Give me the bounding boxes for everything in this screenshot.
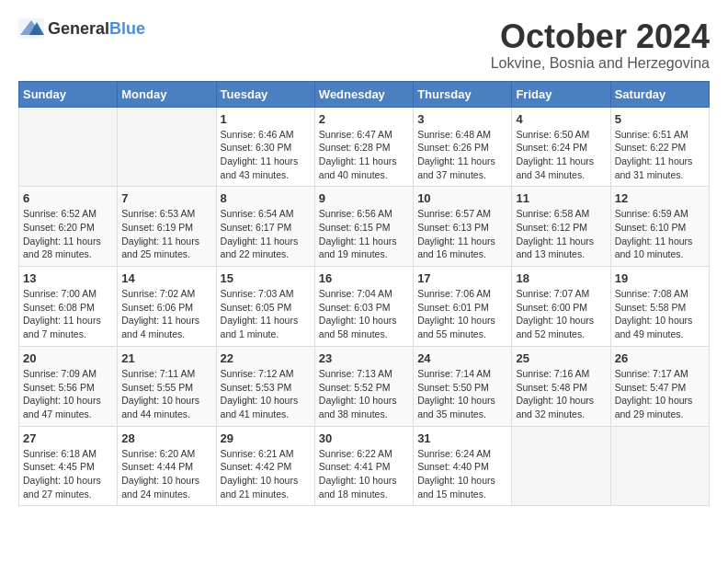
day-info: Sunrise: 7:04 AM Sunset: 6:03 PM Dayligh…	[319, 287, 409, 341]
sunrise-text: Sunrise: 7:12 AM	[221, 368, 294, 379]
sunrise-text: Sunrise: 7:13 AM	[319, 368, 392, 379]
day-info: Sunrise: 6:21 AM Sunset: 4:42 PM Dayligh…	[221, 447, 311, 501]
day-number: 18	[516, 271, 606, 285]
table-row	[512, 426, 610, 506]
sunrise-text: Sunrise: 6:53 AM	[121, 208, 195, 219]
daylight-text: Daylight: 10 hours and 32 minutes.	[516, 395, 594, 419]
sunset-text: Sunset: 6:30 PM	[221, 142, 292, 153]
day-number: 15	[221, 271, 311, 285]
sunrise-text: Sunrise: 6:51 AM	[615, 129, 688, 140]
table-row: 14 Sunrise: 7:02 AM Sunset: 6:06 PM Dayl…	[118, 267, 216, 347]
page-header: GeneralBlue October 2024 Lokvine, Bosnia…	[18, 18, 710, 72]
sunset-text: Sunset: 6:28 PM	[319, 142, 391, 153]
logo-general: General	[48, 19, 109, 38]
table-row: 26 Sunrise: 7:17 AM Sunset: 5:47 PM Dayl…	[610, 346, 709, 426]
sunrise-text: Sunrise: 6:56 AM	[319, 208, 392, 219]
sunrise-text: Sunrise: 6:47 AM	[319, 129, 392, 140]
sunset-text: Sunset: 4:40 PM	[417, 461, 489, 472]
daylight-text: Daylight: 10 hours and 24 minutes.	[121, 475, 199, 500]
logo-icon	[18, 18, 44, 39]
daylight-text: Daylight: 10 hours and 52 minutes.	[516, 315, 594, 339]
day-info: Sunrise: 6:50 AM Sunset: 6:24 PM Dayligh…	[516, 128, 606, 182]
sunrise-text: Sunrise: 6:58 AM	[516, 208, 589, 219]
day-number: 14	[121, 271, 211, 285]
sunrise-text: Sunrise: 6:22 AM	[319, 448, 392, 459]
day-number: 31	[417, 431, 507, 445]
day-info: Sunrise: 6:51 AM Sunset: 6:22 PM Dayligh…	[615, 128, 705, 182]
sunrise-text: Sunrise: 7:14 AM	[417, 368, 491, 379]
calendar-table: Sunday Monday Tuesday Wednesday Thursday…	[18, 81, 710, 507]
day-info: Sunrise: 6:56 AM Sunset: 6:15 PM Dayligh…	[319, 207, 409, 261]
day-info: Sunrise: 7:06 AM Sunset: 6:01 PM Dayligh…	[417, 287, 507, 341]
table-row: 9 Sunrise: 6:56 AM Sunset: 6:15 PM Dayli…	[314, 187, 413, 267]
day-info: Sunrise: 6:57 AM Sunset: 6:13 PM Dayligh…	[417, 207, 507, 261]
calendar-week-row: 1 Sunrise: 6:46 AM Sunset: 6:30 PM Dayli…	[19, 107, 710, 187]
day-number: 21	[121, 351, 211, 365]
sunrise-text: Sunrise: 6:59 AM	[615, 208, 688, 219]
table-row: 18 Sunrise: 7:07 AM Sunset: 6:00 PM Dayl…	[512, 267, 610, 347]
day-info: Sunrise: 6:52 AM Sunset: 6:20 PM Dayligh…	[23, 207, 113, 261]
daylight-text: Daylight: 10 hours and 18 minutes.	[319, 475, 397, 500]
sunset-text: Sunset: 6:01 PM	[417, 302, 489, 313]
sunset-text: Sunset: 5:53 PM	[221, 382, 292, 393]
day-info: Sunrise: 7:03 AM Sunset: 6:05 PM Dayligh…	[221, 287, 311, 341]
sunrise-text: Sunrise: 6:50 AM	[516, 129, 589, 140]
day-info: Sunrise: 7:16 AM Sunset: 5:48 PM Dayligh…	[516, 367, 606, 421]
sunset-text: Sunset: 6:05 PM	[221, 302, 292, 313]
table-row: 6 Sunrise: 6:52 AM Sunset: 6:20 PM Dayli…	[19, 187, 118, 267]
sunrise-text: Sunrise: 7:07 AM	[516, 288, 589, 299]
daylight-text: Daylight: 11 hours and 4 minutes.	[121, 315, 199, 339]
day-number: 6	[23, 191, 113, 205]
day-number: 25	[516, 351, 606, 365]
day-info: Sunrise: 7:09 AM Sunset: 5:56 PM Dayligh…	[23, 367, 113, 421]
day-number: 7	[121, 191, 211, 205]
table-row: 22 Sunrise: 7:12 AM Sunset: 5:53 PM Dayl…	[216, 346, 314, 426]
daylight-text: Daylight: 10 hours and 44 minutes.	[121, 395, 199, 419]
daylight-text: Daylight: 10 hours and 58 minutes.	[319, 315, 397, 339]
col-thursday: Thursday	[414, 81, 512, 107]
sunset-text: Sunset: 5:48 PM	[516, 382, 587, 393]
day-number: 2	[319, 112, 409, 126]
col-monday: Monday	[118, 81, 216, 107]
daylight-text: Daylight: 10 hours and 29 minutes.	[615, 395, 693, 419]
sunset-text: Sunset: 4:44 PM	[121, 461, 193, 472]
sunset-text: Sunset: 6:06 PM	[121, 302, 193, 313]
sunset-text: Sunset: 4:41 PM	[319, 461, 391, 472]
sunset-text: Sunset: 6:13 PM	[417, 222, 489, 233]
table-row: 16 Sunrise: 7:04 AM Sunset: 6:03 PM Dayl…	[314, 267, 413, 347]
sunrise-text: Sunrise: 7:02 AM	[121, 288, 195, 299]
day-number: 1	[221, 112, 311, 126]
sunset-text: Sunset: 6:03 PM	[319, 302, 391, 313]
day-number: 13	[23, 271, 113, 285]
day-info: Sunrise: 6:46 AM Sunset: 6:30 PM Dayligh…	[221, 128, 311, 182]
table-row: 21 Sunrise: 7:11 AM Sunset: 5:55 PM Dayl…	[118, 346, 216, 426]
day-number: 19	[615, 271, 705, 285]
day-info: Sunrise: 7:13 AM Sunset: 5:52 PM Dayligh…	[319, 367, 409, 421]
day-info: Sunrise: 6:47 AM Sunset: 6:28 PM Dayligh…	[319, 128, 409, 182]
daylight-text: Daylight: 10 hours and 27 minutes.	[23, 475, 101, 500]
table-row	[118, 107, 216, 187]
daylight-text: Daylight: 11 hours and 13 minutes.	[516, 236, 594, 260]
day-number: 29	[221, 431, 311, 445]
daylight-text: Daylight: 11 hours and 40 minutes.	[319, 155, 397, 180]
sunrise-text: Sunrise: 6:24 AM	[417, 448, 491, 459]
day-info: Sunrise: 7:07 AM Sunset: 6:00 PM Dayligh…	[516, 287, 606, 341]
table-row: 27 Sunrise: 6:18 AM Sunset: 4:45 PM Dayl…	[19, 426, 118, 506]
table-row	[610, 426, 709, 506]
table-row: 12 Sunrise: 6:59 AM Sunset: 6:10 PM Dayl…	[610, 187, 709, 267]
table-row: 24 Sunrise: 7:14 AM Sunset: 5:50 PM Dayl…	[414, 346, 512, 426]
day-info: Sunrise: 6:24 AM Sunset: 4:40 PM Dayligh…	[417, 447, 507, 501]
day-number: 9	[319, 191, 409, 205]
sunrise-text: Sunrise: 6:21 AM	[221, 448, 294, 459]
day-number: 30	[319, 431, 409, 445]
calendar-week-row: 27 Sunrise: 6:18 AM Sunset: 4:45 PM Dayl…	[19, 426, 710, 506]
sunrise-text: Sunrise: 6:54 AM	[221, 208, 294, 219]
table-row: 30 Sunrise: 6:22 AM Sunset: 4:41 PM Dayl…	[314, 426, 413, 506]
table-row: 7 Sunrise: 6:53 AM Sunset: 6:19 PM Dayli…	[118, 187, 216, 267]
daylight-text: Daylight: 11 hours and 28 minutes.	[23, 236, 101, 260]
table-row: 23 Sunrise: 7:13 AM Sunset: 5:52 PM Dayl…	[314, 346, 413, 426]
day-info: Sunrise: 7:02 AM Sunset: 6:06 PM Dayligh…	[121, 287, 211, 341]
daylight-text: Daylight: 11 hours and 16 minutes.	[417, 236, 495, 260]
day-info: Sunrise: 6:48 AM Sunset: 6:26 PM Dayligh…	[417, 128, 507, 182]
day-number: 23	[319, 351, 409, 365]
